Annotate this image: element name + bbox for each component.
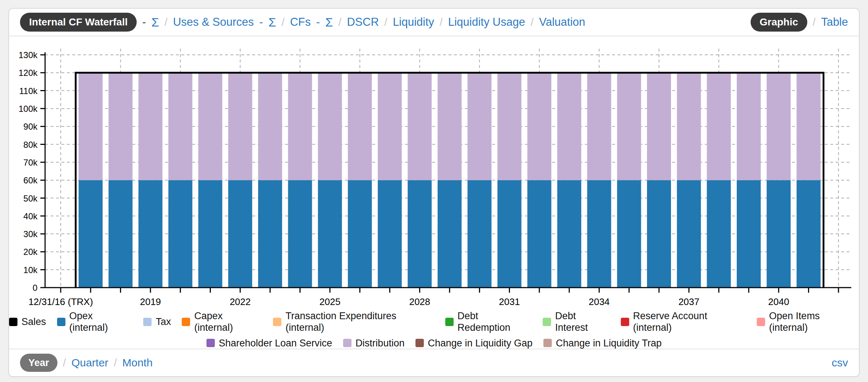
svg-text:50k: 50k	[23, 194, 38, 203]
legend-label: Shareholder Loan Service	[219, 337, 332, 349]
legend-swatch	[757, 318, 765, 326]
breadcrumb-separator: /	[384, 16, 387, 28]
legend-swatch	[182, 318, 190, 326]
legend-item-debt-interest: Debt Interest	[543, 310, 610, 334]
legend-item-change-in-liquidity-trap: Change in Liquidity Trap	[543, 337, 662, 349]
x-axis-labels: 12/31/16 (TRX)20192022202520282031203420…	[28, 296, 789, 307]
svg-text:60k: 60k	[23, 175, 38, 185]
table-toggle-button[interactable]: Table	[821, 16, 848, 29]
svg-text:12/31/16 (TRX): 12/31/16 (TRX)	[28, 296, 93, 307]
legend-label: Distribution	[355, 337, 405, 349]
legend-item-opex-internal: Opex (internal)	[57, 310, 133, 334]
legend-label: Debt Interest	[555, 310, 610, 334]
legend-swatch	[273, 318, 281, 326]
legend-item-change-in-liquidity-gap: Change in Liquidity Gap	[415, 337, 533, 349]
legend-row: Shareholder Loan ServiceDistributionChan…	[206, 337, 662, 349]
legend-item-reserve-account-internal: Reserve Account (internal)	[621, 310, 746, 334]
current-view-pill[interactable]: Internal CF Waterfall	[20, 13, 137, 32]
view-toggle: Graphic / Table	[751, 13, 848, 32]
dash-separator: -	[259, 16, 263, 29]
nav-item-liquidity[interactable]: Liquidity	[393, 16, 434, 29]
legend-label: Transaction Expenditures (internal)	[285, 310, 434, 334]
svg-text:10k: 10k	[23, 265, 38, 275]
nav-item-liquidity-usage[interactable]: Liquidity Usage	[448, 16, 525, 29]
legend-label: Sales	[21, 316, 46, 328]
legend-swatch	[543, 339, 552, 347]
header-bar: Internal CF Waterfall - Σ /Uses & Source…	[9, 9, 859, 36]
footer-bar: Year /Quarter/Month csv	[9, 349, 859, 376]
period-month-button[interactable]: Month	[122, 357, 152, 369]
legend-swatch	[415, 339, 424, 347]
breadcrumb-separator: /	[165, 16, 168, 28]
legend-item-sales: Sales	[9, 316, 46, 328]
svg-text:130k: 130k	[19, 50, 38, 60]
svg-text:120k: 120k	[19, 68, 38, 78]
legend-item-shareholder-loan-service: Shareholder Loan Service	[206, 337, 332, 349]
svg-text:40k: 40k	[23, 211, 38, 221]
legend-label: Capex (internal)	[194, 310, 262, 334]
period-separator: /	[63, 357, 66, 369]
legend-label: Debt Redemption	[458, 310, 532, 334]
legend-swatch	[143, 318, 152, 326]
legend-row: SalesOpex (internal)TaxCapex (internal)T…	[9, 310, 859, 334]
svg-text:2034: 2034	[588, 296, 610, 307]
legend-item-capex-internal: Capex (internal)	[182, 310, 262, 334]
sigma-link-current[interactable]: Σ	[152, 15, 159, 29]
cf-chart-svg: 010k20k30k40k50k60k70k80k90k100k110k120k…	[9, 36, 859, 309]
chart-legend: SalesOpex (internal)TaxCapex (internal)T…	[9, 310, 859, 349]
nav-item-uses-sources[interactable]: Uses & Sources	[173, 16, 254, 29]
main-card: Internal CF Waterfall - Σ /Uses & Source…	[8, 8, 860, 377]
y-axis-labels: 010k20k30k40k50k60k70k80k90k100k110k120k…	[19, 50, 38, 293]
period-quarter-button[interactable]: Quarter	[71, 357, 108, 369]
toggle-separator: /	[813, 16, 816, 28]
legend-label: Reserve Account (internal)	[633, 310, 746, 334]
sigma-link-uses-sources[interactable]: Σ	[269, 15, 276, 29]
nav-item-dscr[interactable]: DSCR	[347, 16, 379, 29]
svg-text:2028: 2028	[409, 296, 430, 307]
svg-text:20k: 20k	[23, 247, 38, 257]
svg-text:2019: 2019	[140, 296, 161, 307]
nav-item-cfs[interactable]: CFs	[290, 16, 311, 29]
chart-section: 010k20k30k40k50k60k70k80k90k100k110k120k…	[9, 36, 859, 349]
legend-item-debt-redemption: Debt Redemption	[445, 310, 532, 334]
sigma-link-cfs[interactable]: Σ	[325, 15, 333, 29]
breadcrumb-separator: /	[439, 16, 442, 28]
breadcrumb-separator: /	[338, 16, 341, 28]
svg-text:90k: 90k	[23, 122, 38, 131]
legend-label: Change in Liquidity Gap	[428, 337, 533, 349]
graphic-toggle-button[interactable]: Graphic	[751, 13, 807, 32]
svg-text:110k: 110k	[19, 86, 38, 96]
legend-swatch	[9, 318, 17, 326]
breadcrumb-separator: /	[282, 16, 285, 28]
svg-text:100k: 100k	[19, 104, 38, 114]
legend-swatch	[543, 318, 551, 326]
dash-separator: -	[142, 16, 146, 29]
legend-label: Tax	[156, 316, 171, 328]
legend-swatch	[343, 339, 351, 347]
nav-item-valuation[interactable]: Valuation	[539, 16, 585, 29]
svg-text:2040: 2040	[768, 296, 789, 307]
bars-opex-internal	[79, 180, 820, 288]
legend-swatch	[445, 318, 454, 326]
legend-label: Open Items (internal)	[769, 310, 859, 334]
period-separator: /	[114, 357, 117, 369]
svg-text:0: 0	[33, 283, 37, 293]
svg-text:2025: 2025	[320, 296, 341, 307]
legend-swatch	[57, 318, 65, 326]
period-switch: Year /Quarter/Month	[20, 354, 153, 372]
bars-distribution	[79, 73, 820, 180]
period-year-button[interactable]: Year	[20, 354, 57, 372]
csv-export-link[interactable]: csv	[832, 357, 848, 369]
legend-item-transaction-expenditures-internal: Transaction Expenditures (internal)	[273, 310, 434, 334]
legend-label: Change in Liquidity Trap	[556, 337, 662, 349]
legend-item-distribution: Distribution	[343, 337, 405, 349]
dash-separator: -	[316, 16, 320, 29]
svg-text:2031: 2031	[499, 296, 520, 307]
svg-text:2037: 2037	[678, 296, 699, 307]
breadcrumb-separator: /	[531, 16, 534, 28]
legend-swatch	[621, 318, 629, 326]
legend-swatch	[206, 339, 215, 347]
svg-text:70k: 70k	[23, 158, 38, 167]
svg-text:2022: 2022	[230, 296, 251, 307]
svg-text:80k: 80k	[23, 140, 38, 150]
